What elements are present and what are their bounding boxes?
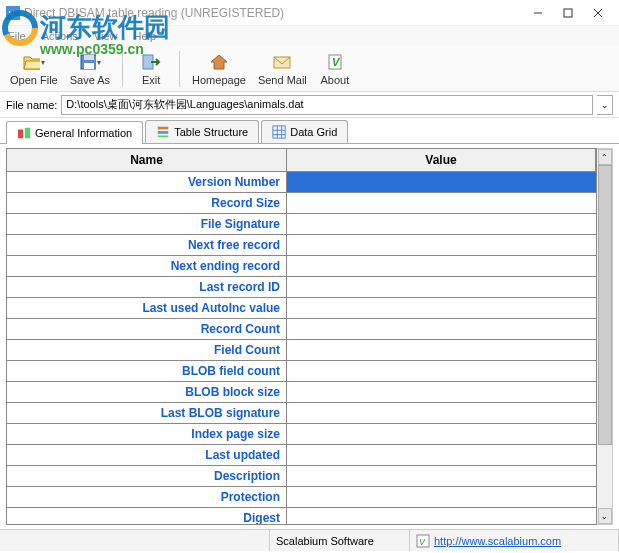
toolbar-separator <box>179 51 180 87</box>
table-row[interactable]: Description <box>7 466 596 487</box>
exit-icon <box>140 51 162 73</box>
about-icon: V <box>324 51 346 73</box>
table-row[interactable]: Version Number <box>7 172 596 193</box>
link-icon: V <box>416 534 430 548</box>
table-row[interactable]: Last used AutoInc value <box>7 298 596 319</box>
row-name: Field Count <box>7 340 287 360</box>
svg-rect-22 <box>273 126 285 138</box>
property-grid: Name Value Version NumberRecord SizeFile… <box>6 148 597 525</box>
filename-row: File name: ⌄ <box>0 92 619 118</box>
exit-button[interactable]: Exit <box>129 49 173 88</box>
vertical-scrollbar[interactable]: ⌃ ⌄ <box>597 148 613 525</box>
table-row[interactable]: Last BLOB signature <box>7 403 596 424</box>
filename-input[interactable] <box>61 95 593 115</box>
svg-text:V: V <box>419 537 426 547</box>
row-name: Protection <box>7 487 287 507</box>
table-row[interactable]: Last updated <box>7 445 596 466</box>
row-value <box>287 172 596 192</box>
grid-header: Name Value <box>7 149 596 172</box>
table-row[interactable]: Digest <box>7 508 596 524</box>
window-title: Direct DBISAM table reading (UNREGISTERE… <box>24 6 523 20</box>
menu-help[interactable]: Help <box>129 28 160 44</box>
row-name: Next free record <box>7 235 287 255</box>
row-name: Record Count <box>7 319 287 339</box>
menu-view[interactable]: View <box>90 28 122 44</box>
table-row[interactable]: Last record ID <box>7 277 596 298</box>
row-name: Next ending record <box>7 256 287 276</box>
menu-file[interactable]: File <box>4 28 30 44</box>
scroll-track[interactable] <box>598 165 612 508</box>
row-name: Last used AutoInc value <box>7 298 287 318</box>
folder-open-icon: ▾ <box>23 51 45 73</box>
svg-rect-17 <box>18 130 23 139</box>
svg-rect-11 <box>84 55 94 60</box>
status-url-link[interactable]: http://www.scalabium.com <box>434 535 561 547</box>
row-name: Last record ID <box>7 277 287 297</box>
row-value <box>287 214 596 234</box>
row-name: BLOB block size <box>7 382 287 402</box>
homepage-button[interactable]: Homepage <box>186 49 252 88</box>
maximize-button[interactable] <box>553 2 583 24</box>
table-row[interactable]: Index page size <box>7 424 596 445</box>
table-row[interactable]: BLOB field count <box>7 361 596 382</box>
status-url-cell: V http://www.scalabium.com <box>410 530 619 551</box>
save-as-button[interactable]: ▾ Save As <box>64 49 116 88</box>
menu-actions[interactable]: Actions <box>38 28 82 44</box>
row-name: BLOB field count <box>7 361 287 381</box>
exit-label: Exit <box>142 74 160 86</box>
menubar: File Actions View Help <box>0 26 619 46</box>
table-row[interactable]: Next free record <box>7 235 596 256</box>
tab-table-structure[interactable]: Table Structure <box>145 120 259 143</box>
row-value <box>287 298 596 318</box>
minimize-button[interactable] <box>523 2 553 24</box>
send-mail-button[interactable]: Send Mail <box>252 49 313 88</box>
header-value[interactable]: Value <box>287 149 596 171</box>
homepage-label: Homepage <box>192 74 246 86</box>
table-row[interactable]: Field Count <box>7 340 596 361</box>
row-value <box>287 319 596 339</box>
about-button[interactable]: V About <box>313 49 357 88</box>
row-value <box>287 193 596 213</box>
close-button[interactable] <box>583 2 613 24</box>
row-name: Last updated <box>7 445 287 465</box>
svg-rect-12 <box>84 63 94 69</box>
tab-label: General Information <box>35 127 132 139</box>
row-value <box>287 361 596 381</box>
row-name: File Signature <box>7 214 287 234</box>
svg-text:V: V <box>9 8 15 18</box>
scroll-up-button[interactable]: ⌃ <box>598 149 612 165</box>
info-icon <box>17 126 31 140</box>
scroll-down-button[interactable]: ⌄ <box>598 508 612 524</box>
tab-general-information[interactable]: General Information <box>6 121 143 144</box>
svg-rect-18 <box>25 128 30 139</box>
row-value <box>287 508 596 524</box>
row-value <box>287 340 596 360</box>
table-row[interactable]: Record Count <box>7 319 596 340</box>
send-mail-label: Send Mail <box>258 74 307 86</box>
scroll-thumb[interactable] <box>598 165 612 445</box>
filename-dropdown[interactable]: ⌄ <box>597 95 613 115</box>
row-value <box>287 256 596 276</box>
toolbar: ▾ Open File ▾ Save As Exit Homepage Send… <box>0 46 619 92</box>
statusbar: Scalabium Software V http://www.scalabiu… <box>0 529 619 551</box>
table-row[interactable]: BLOB block size <box>7 382 596 403</box>
table-row[interactable]: File Signature <box>7 214 596 235</box>
table-row[interactable]: Next ending record <box>7 256 596 277</box>
structure-icon <box>156 125 170 139</box>
tab-label: Data Grid <box>290 126 337 138</box>
row-name: Record Size <box>7 193 287 213</box>
save-icon: ▾ <box>79 51 101 73</box>
tab-bar: General Information Table Structure Data… <box>0 118 619 144</box>
status-cell-empty <box>0 530 270 551</box>
toolbar-separator <box>122 51 123 87</box>
filename-label: File name: <box>6 99 57 111</box>
open-file-button[interactable]: ▾ Open File <box>4 49 64 88</box>
mail-icon <box>271 51 293 73</box>
tab-data-grid[interactable]: Data Grid <box>261 120 348 143</box>
table-row[interactable]: Record Size <box>7 193 596 214</box>
row-value <box>287 403 596 423</box>
table-row[interactable]: Protection <box>7 487 596 508</box>
svg-rect-7 <box>564 9 572 17</box>
titlebar: V Direct DBISAM table reading (UNREGISTE… <box>0 0 619 26</box>
header-name[interactable]: Name <box>7 149 287 171</box>
